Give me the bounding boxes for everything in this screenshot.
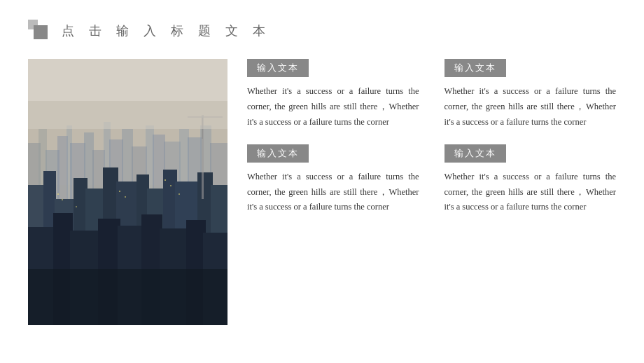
- svg-rect-55: [170, 185, 172, 186]
- svg-rect-49: [28, 269, 227, 325]
- svg-rect-56: [76, 206, 77, 207]
- svg-rect-53: [125, 196, 126, 198]
- header: 点 击 输 入 标 题 文 本: [28, 20, 616, 42]
- header-icon: [28, 20, 50, 42]
- svg-rect-52: [119, 191, 120, 192]
- block-1-text: Whether it's a success or a failure turn…: [247, 84, 419, 130]
- content-block-2: 输入文本 Whether it's a success or a failure…: [444, 59, 617, 130]
- content-block-4: 输入文本 Whether it's a success or a failure…: [444, 144, 617, 216]
- svg-rect-48: [28, 59, 227, 101]
- block-4-text: Whether it's a success or a failure turn…: [444, 170, 617, 216]
- svg-rect-57: [178, 193, 180, 195]
- main-content: 输入文本 Whether it's a success or a failure…: [28, 59, 616, 325]
- svg-rect-51: [62, 199, 63, 200]
- city-skyline-svg: [28, 59, 227, 325]
- city-image: [28, 59, 227, 325]
- svg-rect-50: [57, 193, 59, 195]
- content-block-1: 输入文本 Whether it's a success or a failure…: [247, 59, 419, 130]
- page-title[interactable]: 点 击 输 入 标 题 文 本: [62, 22, 271, 39]
- block-2-label[interactable]: 输入文本: [444, 59, 506, 77]
- block-4-label[interactable]: 输入文本: [444, 144, 506, 163]
- block-2-text: Whether it's a success or a failure turn…: [444, 84, 617, 130]
- content-block-3: 输入文本 Whether it's a success or a failure…: [247, 144, 419, 216]
- block-3-label[interactable]: 输入文本: [247, 144, 309, 163]
- block-3-text: Whether it's a success or a failure turn…: [247, 170, 419, 216]
- content-grid: 输入文本 Whether it's a success or a failure…: [247, 59, 616, 215]
- slide: 点 击 输 入 标 题 文 本: [0, 0, 644, 363]
- svg-rect-54: [164, 179, 166, 181]
- block-1-label[interactable]: 输入文本: [247, 59, 309, 77]
- city-image-container: [28, 59, 227, 325]
